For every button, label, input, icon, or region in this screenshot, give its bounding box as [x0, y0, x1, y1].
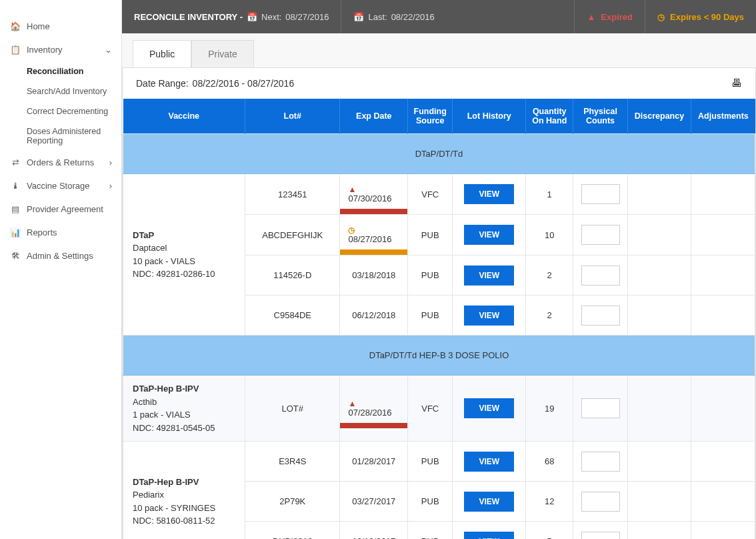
- view-button[interactable]: VIEW: [464, 452, 514, 472]
- exp-date: 10/18/2017: [352, 536, 395, 539]
- nav-label: Vaccine Storage: [27, 181, 89, 191]
- funding-cell: PUB: [408, 522, 453, 540]
- view-button[interactable]: VIEW: [464, 225, 514, 245]
- nav-reconciliation[interactable]: Reconciliation: [27, 61, 121, 81]
- home-icon: 🏠: [9, 21, 21, 31]
- qty-cell: 10: [526, 215, 573, 255]
- nav-label: Doses Administered Reporting: [27, 127, 115, 145]
- funding-cell: PUB: [408, 255, 453, 296]
- discrepancy-cell: [627, 376, 691, 442]
- phys-count-cell: [573, 215, 627, 255]
- category-row: DTaP/DT/Td: [123, 134, 755, 174]
- nav-doses-reporting[interactable]: Doses Administered Reporting: [27, 121, 121, 151]
- funding-cell: VFC: [408, 174, 453, 215]
- last-date: 08/22/2016: [391, 12, 435, 22]
- nav-admin-settings[interactable]: 🛠 Admin & Settings: [0, 244, 121, 267]
- col-lot-history: Lot History: [453, 99, 526, 134]
- legend-expiring: ◷ Expires < 90 Days: [645, 0, 756, 33]
- warning-triangle-icon: ▲: [348, 185, 356, 193]
- adjustments-cell: [691, 482, 755, 522]
- page-title: RECONCILE INVENTORY -: [122, 12, 243, 22]
- tabs: Public Private: [122, 40, 756, 67]
- nav-correct-decrementing[interactable]: Correct Decrementing: [27, 101, 121, 121]
- physical-count-input[interactable]: [581, 532, 620, 540]
- nav-label: Admin & Settings: [27, 251, 93, 261]
- nav-label: Reports: [27, 227, 57, 237]
- phys-count-cell: [573, 442, 627, 482]
- view-button[interactable]: VIEW: [464, 184, 514, 204]
- lot-history-cell: VIEW: [453, 442, 526, 482]
- vaccine-brand: Acthib: [133, 396, 235, 409]
- lot-history-cell: VIEW: [453, 522, 526, 540]
- view-button[interactable]: VIEW: [464, 306, 514, 326]
- discrepancy-cell: [627, 255, 691, 296]
- funding-cell: PUB: [408, 215, 453, 255]
- discrepancy-cell: [627, 215, 691, 255]
- thermometer-icon: 🌡: [9, 181, 21, 191]
- vaccine-cell: DTaP-Hep B-IPVPediarix10 pack - SYRINGES…: [123, 442, 245, 540]
- qty-cell: 1: [526, 174, 573, 215]
- vaccine-brand: Pediarix: [133, 488, 235, 502]
- tab-private[interactable]: Private: [191, 40, 254, 67]
- exp-date: 06/12/2018: [352, 310, 395, 320]
- print-button[interactable]: 🖶: [731, 77, 742, 89]
- phys-count-cell: [573, 174, 627, 215]
- qty-cell: 12: [526, 482, 573, 522]
- panel: Date Range: 08/22/2016 - 08/27/2016 🖶 Va…: [122, 67, 756, 539]
- nav-inventory-sub: Reconciliation Search/Add Inventory Corr…: [0, 61, 121, 151]
- col-qty: Quantity On Hand: [526, 99, 573, 134]
- nav-reports[interactable]: 📊 Reports: [0, 221, 121, 244]
- nav-label: Reconciliation: [27, 67, 83, 76]
- physical-count-input[interactable]: [581, 265, 620, 286]
- view-button[interactable]: VIEW: [464, 398, 514, 418]
- lot-history-cell: VIEW: [453, 215, 526, 255]
- exp-cell: 01/28/2017: [340, 442, 408, 482]
- table-row: DTaP-Hep B-IPVActhib1 pack - VIALSNDC: 4…: [123, 376, 755, 442]
- qty-cell: 2: [526, 296, 573, 336]
- exp-cell: 03/27/2017: [340, 482, 408, 522]
- funding-cell: PUB: [408, 296, 453, 336]
- next-label: Next:: [261, 12, 281, 22]
- vaccine-ndc: NDC: 49281-0545-05: [133, 422, 235, 435]
- discrepancy-cell: [627, 522, 691, 540]
- vaccine-ndc: NDC: 58160-0811-52: [133, 514, 235, 528]
- nav-provider-agreement[interactable]: ▤ Provider Agreement: [0, 197, 121, 221]
- nav-label: Orders & Returns: [27, 157, 94, 167]
- table-body: DTaP/DT/TdDTaPDaptacel10 pack - VIALSNDC…: [123, 134, 755, 540]
- discrepancy-cell: [627, 482, 691, 522]
- nav-label: Home: [27, 21, 50, 31]
- lot-cell: LOT#: [245, 376, 340, 442]
- legend-label: Expired: [601, 12, 633, 22]
- col-phys: Physical Counts: [573, 99, 627, 134]
- tab-public[interactable]: Public: [133, 40, 191, 67]
- exp-date: 07/28/2016: [348, 408, 391, 418]
- vaccine-pack: 1 pack - VIALS: [133, 408, 235, 422]
- view-button[interactable]: VIEW: [464, 492, 514, 512]
- chevron-down-icon: ⌄: [105, 45, 112, 55]
- physical-count-input[interactable]: [581, 398, 620, 418]
- exp-date: 03/18/2018: [352, 270, 395, 280]
- vaccine-brand: Daptacel: [133, 241, 235, 255]
- physical-count-input[interactable]: [581, 225, 620, 245]
- physical-count-input[interactable]: [581, 184, 620, 204]
- qty-cell: 5: [526, 522, 573, 540]
- exp-cell: ◷08/27/2016: [340, 215, 408, 255]
- physical-count-input[interactable]: [581, 492, 620, 512]
- discrepancy-cell: [627, 174, 691, 215]
- vaccine-name: DTaP-Hep B-IPV: [133, 476, 235, 489]
- nav-search-add[interactable]: Search/Add Inventory: [27, 81, 121, 101]
- nav-inventory[interactable]: 📋 Inventory ⌄: [0, 38, 121, 61]
- category-row: DTaP/DT/Td HEP-B 3 DOSE POLIO: [123, 336, 755, 376]
- funding-cell: PUB: [408, 442, 453, 482]
- physical-count-input[interactable]: [581, 306, 620, 326]
- physical-count-input[interactable]: [581, 452, 620, 472]
- nav-home[interactable]: 🏠 Home: [0, 15, 121, 38]
- nav-vaccine-storage[interactable]: 🌡 Vaccine Storage ›: [0, 174, 121, 197]
- clock-icon: ◷: [657, 12, 665, 22]
- exp-cell: 03/18/2018: [340, 255, 408, 296]
- view-button[interactable]: VIEW: [464, 532, 514, 540]
- view-button[interactable]: VIEW: [464, 265, 514, 286]
- lot-cell: 2P79K: [245, 482, 340, 522]
- lot-history-cell: VIEW: [453, 255, 526, 296]
- nav-orders-returns[interactable]: ⇄ Orders & Returns ›: [0, 151, 121, 174]
